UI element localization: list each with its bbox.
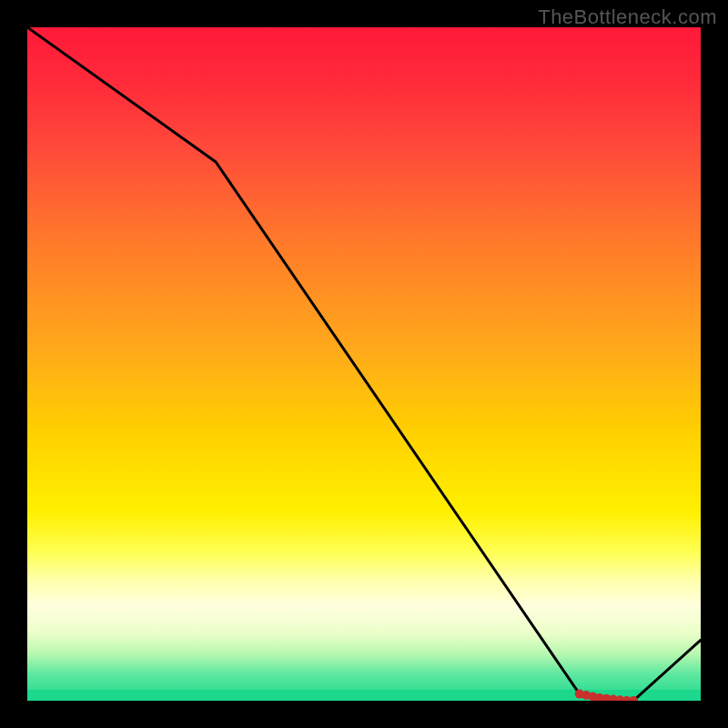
chart-plot-area [27, 27, 701, 701]
watermark-text: TheBottleneck.com [538, 5, 717, 29]
chart-main-line [27, 27, 701, 701]
chart-line-layer [27, 27, 701, 701]
chart-marker-group [575, 690, 638, 701]
